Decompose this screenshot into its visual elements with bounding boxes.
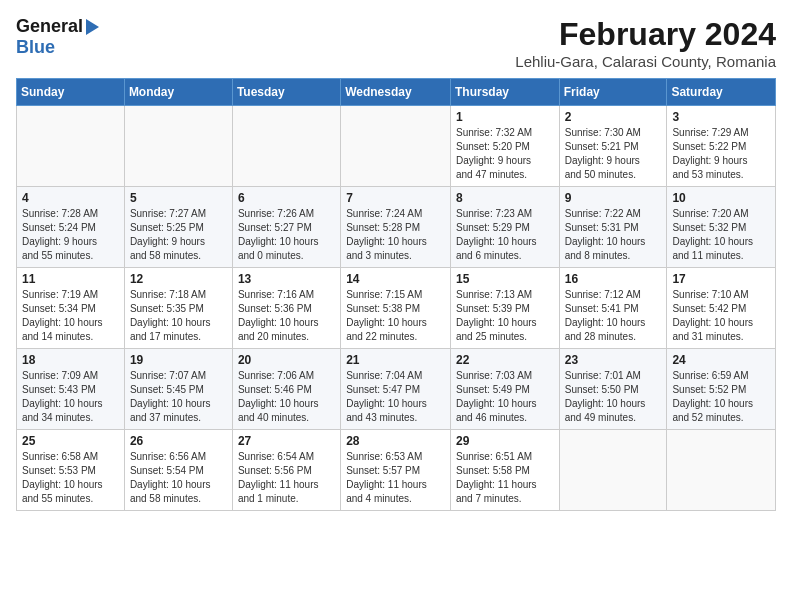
day-info: Sunrise: 7:20 AM Sunset: 5:32 PM Dayligh… xyxy=(672,207,770,263)
day-info: Sunrise: 7:12 AM Sunset: 5:41 PM Dayligh… xyxy=(565,288,662,344)
day-info: Sunrise: 7:26 AM Sunset: 5:27 PM Dayligh… xyxy=(238,207,335,263)
day-info: Sunrise: 7:27 AM Sunset: 5:25 PM Dayligh… xyxy=(130,207,227,263)
calendar-day-21: 21Sunrise: 7:04 AM Sunset: 5:47 PM Dayli… xyxy=(341,349,451,430)
location-title: Lehliu-Gara, Calarasi County, Romania xyxy=(515,53,776,70)
calendar-empty-cell xyxy=(232,106,340,187)
calendar-day-9: 9Sunrise: 7:22 AM Sunset: 5:31 PM Daylig… xyxy=(559,187,667,268)
day-info: Sunrise: 7:07 AM Sunset: 5:45 PM Dayligh… xyxy=(130,369,227,425)
logo: General Blue xyxy=(16,16,99,58)
day-number: 22 xyxy=(456,353,554,367)
calendar-day-29: 29Sunrise: 6:51 AM Sunset: 5:58 PM Dayli… xyxy=(450,430,559,511)
day-info: Sunrise: 7:15 AM Sunset: 5:38 PM Dayligh… xyxy=(346,288,445,344)
day-info: Sunrise: 7:09 AM Sunset: 5:43 PM Dayligh… xyxy=(22,369,119,425)
day-number: 12 xyxy=(130,272,227,286)
day-info: Sunrise: 6:58 AM Sunset: 5:53 PM Dayligh… xyxy=(22,450,119,506)
calendar-week-row: 25Sunrise: 6:58 AM Sunset: 5:53 PM Dayli… xyxy=(17,430,776,511)
calendar-empty-cell xyxy=(124,106,232,187)
day-info: Sunrise: 6:56 AM Sunset: 5:54 PM Dayligh… xyxy=(130,450,227,506)
day-number: 14 xyxy=(346,272,445,286)
calendar-day-28: 28Sunrise: 6:53 AM Sunset: 5:57 PM Dayli… xyxy=(341,430,451,511)
calendar-day-15: 15Sunrise: 7:13 AM Sunset: 5:39 PM Dayli… xyxy=(450,268,559,349)
calendar-day-14: 14Sunrise: 7:15 AM Sunset: 5:38 PM Dayli… xyxy=(341,268,451,349)
calendar-week-row: 4Sunrise: 7:28 AM Sunset: 5:24 PM Daylig… xyxy=(17,187,776,268)
calendar-day-7: 7Sunrise: 7:24 AM Sunset: 5:28 PM Daylig… xyxy=(341,187,451,268)
day-info: Sunrise: 7:16 AM Sunset: 5:36 PM Dayligh… xyxy=(238,288,335,344)
day-header-monday: Monday xyxy=(124,79,232,106)
day-number: 5 xyxy=(130,191,227,205)
logo-general: General xyxy=(16,16,83,37)
logo-arrow-icon xyxy=(86,19,99,35)
day-info: Sunrise: 7:22 AM Sunset: 5:31 PM Dayligh… xyxy=(565,207,662,263)
calendar-day-5: 5Sunrise: 7:27 AM Sunset: 5:25 PM Daylig… xyxy=(124,187,232,268)
calendar-day-2: 2Sunrise: 7:30 AM Sunset: 5:21 PM Daylig… xyxy=(559,106,667,187)
day-number: 15 xyxy=(456,272,554,286)
day-number: 29 xyxy=(456,434,554,448)
calendar-day-13: 13Sunrise: 7:16 AM Sunset: 5:36 PM Dayli… xyxy=(232,268,340,349)
calendar-empty-cell xyxy=(17,106,125,187)
day-number: 10 xyxy=(672,191,770,205)
day-number: 28 xyxy=(346,434,445,448)
day-info: Sunrise: 7:19 AM Sunset: 5:34 PM Dayligh… xyxy=(22,288,119,344)
day-number: 20 xyxy=(238,353,335,367)
calendar-day-11: 11Sunrise: 7:19 AM Sunset: 5:34 PM Dayli… xyxy=(17,268,125,349)
calendar-day-19: 19Sunrise: 7:07 AM Sunset: 5:45 PM Dayli… xyxy=(124,349,232,430)
page-header: General Blue February 2024 Lehliu-Gara, … xyxy=(16,16,776,70)
calendar-empty-cell xyxy=(341,106,451,187)
calendar-day-24: 24Sunrise: 6:59 AM Sunset: 5:52 PM Dayli… xyxy=(667,349,776,430)
day-number: 25 xyxy=(22,434,119,448)
calendar-day-18: 18Sunrise: 7:09 AM Sunset: 5:43 PM Dayli… xyxy=(17,349,125,430)
calendar-day-27: 27Sunrise: 6:54 AM Sunset: 5:56 PM Dayli… xyxy=(232,430,340,511)
day-number: 26 xyxy=(130,434,227,448)
day-number: 19 xyxy=(130,353,227,367)
logo-blue: Blue xyxy=(16,37,55,57)
day-number: 8 xyxy=(456,191,554,205)
day-header-sunday: Sunday xyxy=(17,79,125,106)
calendar-day-16: 16Sunrise: 7:12 AM Sunset: 5:41 PM Dayli… xyxy=(559,268,667,349)
day-info: Sunrise: 7:06 AM Sunset: 5:46 PM Dayligh… xyxy=(238,369,335,425)
calendar-week-row: 1Sunrise: 7:32 AM Sunset: 5:20 PM Daylig… xyxy=(17,106,776,187)
calendar-day-10: 10Sunrise: 7:20 AM Sunset: 5:32 PM Dayli… xyxy=(667,187,776,268)
day-info: Sunrise: 7:24 AM Sunset: 5:28 PM Dayligh… xyxy=(346,207,445,263)
day-number: 24 xyxy=(672,353,770,367)
day-number: 2 xyxy=(565,110,662,124)
calendar-day-25: 25Sunrise: 6:58 AM Sunset: 5:53 PM Dayli… xyxy=(17,430,125,511)
day-info: Sunrise: 6:51 AM Sunset: 5:58 PM Dayligh… xyxy=(456,450,554,506)
calendar-day-12: 12Sunrise: 7:18 AM Sunset: 5:35 PM Dayli… xyxy=(124,268,232,349)
day-number: 7 xyxy=(346,191,445,205)
calendar-header-row: SundayMondayTuesdayWednesdayThursdayFrid… xyxy=(17,79,776,106)
day-number: 3 xyxy=(672,110,770,124)
calendar-day-23: 23Sunrise: 7:01 AM Sunset: 5:50 PM Dayli… xyxy=(559,349,667,430)
day-number: 21 xyxy=(346,353,445,367)
calendar-empty-cell xyxy=(667,430,776,511)
day-header-tuesday: Tuesday xyxy=(232,79,340,106)
day-header-thursday: Thursday xyxy=(450,79,559,106)
day-info: Sunrise: 7:01 AM Sunset: 5:50 PM Dayligh… xyxy=(565,369,662,425)
calendar-day-26: 26Sunrise: 6:56 AM Sunset: 5:54 PM Dayli… xyxy=(124,430,232,511)
calendar-day-20: 20Sunrise: 7:06 AM Sunset: 5:46 PM Dayli… xyxy=(232,349,340,430)
day-info: Sunrise: 6:53 AM Sunset: 5:57 PM Dayligh… xyxy=(346,450,445,506)
day-number: 4 xyxy=(22,191,119,205)
calendar-day-17: 17Sunrise: 7:10 AM Sunset: 5:42 PM Dayli… xyxy=(667,268,776,349)
calendar-day-4: 4Sunrise: 7:28 AM Sunset: 5:24 PM Daylig… xyxy=(17,187,125,268)
calendar-day-22: 22Sunrise: 7:03 AM Sunset: 5:49 PM Dayli… xyxy=(450,349,559,430)
day-info: Sunrise: 7:32 AM Sunset: 5:20 PM Dayligh… xyxy=(456,126,554,182)
day-info: Sunrise: 7:10 AM Sunset: 5:42 PM Dayligh… xyxy=(672,288,770,344)
day-number: 1 xyxy=(456,110,554,124)
day-info: Sunrise: 7:13 AM Sunset: 5:39 PM Dayligh… xyxy=(456,288,554,344)
calendar-day-1: 1Sunrise: 7:32 AM Sunset: 5:20 PM Daylig… xyxy=(450,106,559,187)
day-header-friday: Friday xyxy=(559,79,667,106)
day-info: Sunrise: 6:54 AM Sunset: 5:56 PM Dayligh… xyxy=(238,450,335,506)
calendar-empty-cell xyxy=(559,430,667,511)
calendar-table: SundayMondayTuesdayWednesdayThursdayFrid… xyxy=(16,78,776,511)
day-info: Sunrise: 7:30 AM Sunset: 5:21 PM Dayligh… xyxy=(565,126,662,182)
day-header-saturday: Saturday xyxy=(667,79,776,106)
day-info: Sunrise: 7:28 AM Sunset: 5:24 PM Dayligh… xyxy=(22,207,119,263)
calendar-day-8: 8Sunrise: 7:23 AM Sunset: 5:29 PM Daylig… xyxy=(450,187,559,268)
day-number: 17 xyxy=(672,272,770,286)
day-info: Sunrise: 7:23 AM Sunset: 5:29 PM Dayligh… xyxy=(456,207,554,263)
day-number: 23 xyxy=(565,353,662,367)
day-info: Sunrise: 7:03 AM Sunset: 5:49 PM Dayligh… xyxy=(456,369,554,425)
calendar-day-6: 6Sunrise: 7:26 AM Sunset: 5:27 PM Daylig… xyxy=(232,187,340,268)
day-number: 11 xyxy=(22,272,119,286)
day-number: 13 xyxy=(238,272,335,286)
